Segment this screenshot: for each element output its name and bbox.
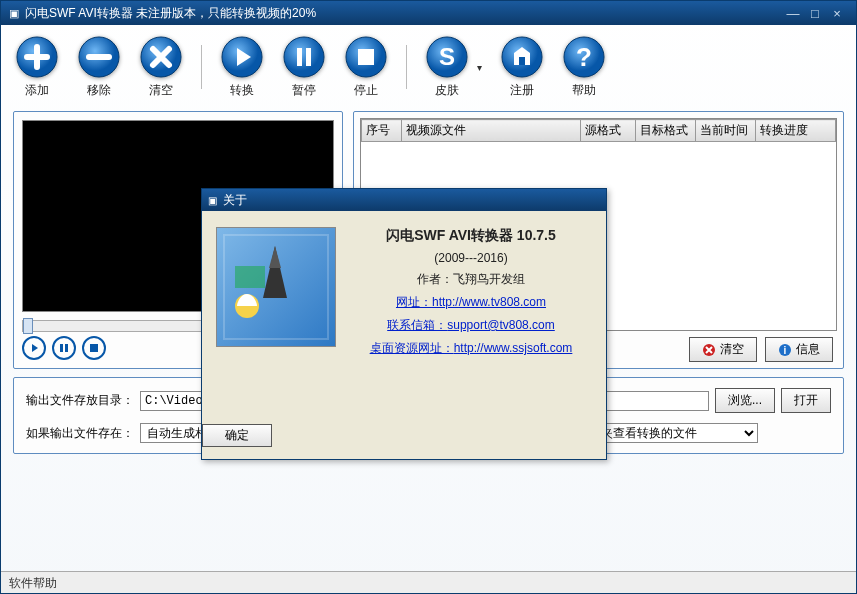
svg-rect-20	[90, 344, 98, 352]
convert-button[interactable]: 转换	[220, 35, 264, 99]
about-dialog: ▣ 关于 闪电SWF AVI转换器 10.7.5 (2009---2016) 作…	[201, 188, 607, 460]
app-icon: ▣	[9, 7, 19, 20]
svg-rect-12	[519, 57, 525, 65]
about-author: 作者：飞翔鸟开发组	[350, 271, 592, 288]
about-years: (2009---2016)	[350, 251, 592, 265]
preview-pause-icon[interactable]	[52, 336, 76, 360]
main-toolbar: 添加 移除 清空 转换 暂停 停止 S 皮肤 ▾ 注	[1, 25, 856, 105]
col-progress[interactable]: 转换进度	[756, 120, 836, 142]
close-button[interactable]: ×	[826, 6, 848, 21]
about-image	[216, 227, 336, 347]
file-table[interactable]: 序号 视频源文件 源格式 目标格式 当前时间 转换进度	[361, 119, 836, 142]
about-res-link[interactable]: 桌面资源网址：http://www.ssjsoft.com	[370, 341, 573, 355]
window-title: 闪电SWF AVI转换器 未注册版本，只能转换视频的20%	[25, 5, 316, 22]
about-name: 闪电SWF AVI转换器 10.7.5	[350, 227, 592, 245]
svg-text:i: i	[784, 345, 787, 356]
clear-button[interactable]: 清空	[139, 35, 183, 99]
svg-rect-17	[60, 344, 63, 352]
remove-label: 移除	[87, 82, 111, 99]
svg-point-4	[284, 37, 324, 77]
add-button[interactable]: 添加	[15, 35, 59, 99]
info-icon: i	[778, 343, 792, 357]
clear-label: 清空	[149, 82, 173, 99]
svg-text:S: S	[439, 43, 455, 70]
help-label: 帮助	[572, 82, 596, 99]
status-bar: 软件帮助	[1, 571, 856, 593]
skin-button[interactable]: S 皮肤	[425, 35, 469, 99]
about-title: 关于	[223, 192, 247, 209]
browse-button[interactable]: 浏览...	[715, 388, 775, 413]
list-clear-button[interactable]: 清空	[689, 337, 757, 362]
preview-play-icon[interactable]	[22, 336, 46, 360]
about-url-link[interactable]: 网址：http://www.tv808.com	[396, 295, 546, 309]
col-srcfmt[interactable]: 源格式	[581, 120, 636, 142]
svg-rect-6	[306, 48, 311, 66]
col-time[interactable]: 当前时间	[696, 120, 756, 142]
clear-icon	[702, 343, 716, 357]
output-dir-label: 输出文件存放目录：	[26, 392, 134, 409]
register-label: 注册	[510, 82, 534, 99]
maximize-button[interactable]: □	[804, 6, 826, 21]
pause-button[interactable]: 暂停	[282, 35, 326, 99]
svg-rect-8	[358, 49, 374, 65]
pause-label: 暂停	[292, 82, 316, 99]
minimize-button[interactable]: —	[782, 6, 804, 21]
col-dstfmt[interactable]: 目标格式	[636, 120, 696, 142]
convert-label: 转换	[230, 82, 254, 99]
col-index[interactable]: 序号	[362, 120, 402, 142]
about-mail-link[interactable]: 联系信箱：support@tv808.com	[387, 318, 555, 332]
skin-label: 皮肤	[435, 82, 459, 99]
preview-stop-icon[interactable]	[82, 336, 106, 360]
about-titlebar: ▣ 关于	[202, 189, 606, 211]
about-ok-button[interactable]: 确定	[202, 424, 272, 447]
help-button[interactable]: ? 帮助	[562, 35, 606, 99]
svg-rect-18	[65, 344, 68, 352]
svg-rect-25	[235, 266, 265, 288]
svg-rect-5	[297, 48, 302, 66]
list-info-button[interactable]: i 信息	[765, 337, 833, 362]
skin-dropdown-icon[interactable]: ▾	[477, 62, 482, 73]
title-bar: ▣ 闪电SWF AVI转换器 未注册版本，只能转换视频的20% — □ ×	[1, 1, 856, 25]
remove-button[interactable]: 移除	[77, 35, 121, 99]
svg-point-24	[235, 294, 259, 318]
stop-button[interactable]: 停止	[344, 35, 388, 99]
svg-point-16	[53, 337, 75, 359]
add-label: 添加	[25, 82, 49, 99]
open-button[interactable]: 打开	[781, 388, 831, 413]
about-icon: ▣	[208, 195, 217, 206]
svg-text:?: ?	[576, 42, 592, 72]
stop-label: 停止	[354, 82, 378, 99]
register-button[interactable]: 注册	[500, 35, 544, 99]
exists-label: 如果输出文件存在：	[26, 425, 134, 442]
col-source[interactable]: 视频源文件	[402, 120, 581, 142]
